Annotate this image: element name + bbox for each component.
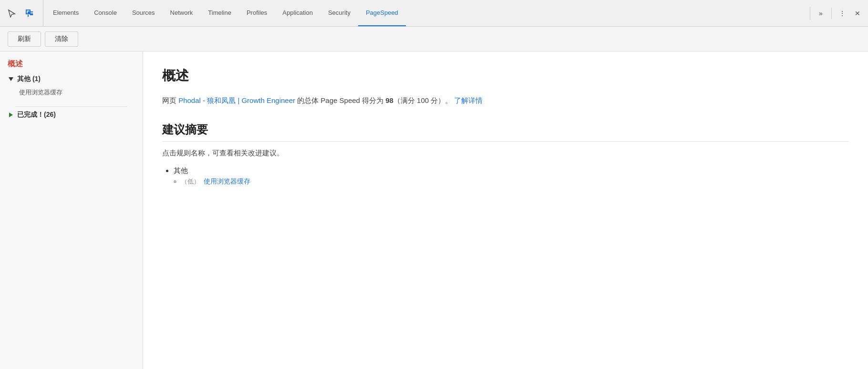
sidebar-other-header[interactable]: 其他 (1) — [8, 75, 135, 83]
collapse-icon — [8, 76, 14, 82]
score-value: 98 — [385, 96, 393, 104]
inspect-icon[interactable] — [22, 6, 37, 21]
sidebar-other-group: 其他 (1) 使用浏览器缓存 — [8, 75, 135, 99]
svg-rect-1 — [28, 11, 30, 13]
sidebar: 概述 其他 (1) 使用浏览器缓存 已完成！(26) — [0, 51, 143, 369]
tab-elements[interactable]: Elements — [45, 0, 86, 26]
tab-profiles[interactable]: Profiles — [239, 0, 275, 26]
tab-application[interactable]: Application — [275, 0, 320, 26]
sidebar-section: 概述 其他 (1) 使用浏览器缓存 已完成！(26) — [0, 59, 143, 134]
refresh-button[interactable]: 刷新 — [8, 31, 41, 47]
cursor-icon[interactable] — [4, 6, 19, 21]
content-panel: 概述 网页 Phodal - 狼和凤凰 | Growth Engineer 的总… — [143, 51, 868, 369]
bullet-item-other: 其他 （低） 使用浏览器缓存 — [174, 166, 849, 186]
close-button[interactable]: ✕ — [851, 7, 864, 20]
more-tabs-button[interactable]: » — [814, 7, 827, 20]
desc-suffix: （满分 100 分）。 — [393, 96, 452, 104]
tab-pagespeed[interactable]: PageSpeed — [358, 0, 406, 26]
toolbar-right-controls: » ⋮ ✕ — [810, 7, 864, 20]
tab-network[interactable]: Network — [163, 0, 201, 26]
sidebar-item-browser-cache[interactable]: 使用浏览器缓存 — [8, 86, 135, 99]
done-collapse-icon — [8, 112, 14, 118]
clear-button[interactable]: 清除 — [45, 31, 78, 47]
main-content: 概述 其他 (1) 使用浏览器缓存 已完成！(26) — [0, 51, 868, 369]
devtools-toolbar: Elements Console Sources Network Timelin… — [0, 0, 868, 27]
sidebar-done-label: 已完成！(26) — [17, 111, 56, 119]
browser-cache-link[interactable]: 使用浏览器缓存 — [204, 177, 250, 185]
sidebar-divider — [15, 106, 127, 107]
overview-heading: 概述 — [162, 67, 849, 85]
tab-security[interactable]: Security — [320, 0, 358, 26]
desc-middle: 的总体 Page Speed 得分为 — [295, 96, 385, 104]
sidebar-done-header[interactable]: 已完成！(26) — [8, 111, 135, 119]
page-link[interactable]: Phodal - 狼和凤凰 | Growth Engineer — [178, 96, 295, 104]
sidebar-overview-link[interactable]: 概述 — [8, 59, 135, 69]
action-bar: 刷新 清除 — [0, 27, 868, 51]
menu-button[interactable]: ⋮ — [836, 7, 849, 20]
learn-more-link[interactable]: 了解详情 — [454, 96, 483, 104]
priority-low-tag: （低） — [181, 178, 200, 185]
sidebar-other-label: 其他 (1) — [17, 75, 41, 83]
suggestions-heading: 建议摘要 — [162, 122, 849, 142]
tab-sources[interactable]: Sources — [124, 0, 163, 26]
desc-prefix: 网页 — [162, 96, 178, 104]
tab-console[interactable]: Console — [86, 0, 124, 26]
sidebar-done-group: 已完成！(26) — [8, 111, 135, 119]
bullet-item-other-label: 其他 — [174, 166, 188, 174]
toolbar-icon-group — [4, 0, 43, 26]
tab-timeline[interactable]: Timeline — [200, 0, 239, 26]
sub-bullet-list: （低） 使用浏览器缓存 — [174, 177, 849, 186]
tab-navigation: Elements Console Sources Network Timelin… — [45, 0, 808, 26]
suggestions-list: 其他 （低） 使用浏览器缓存 — [162, 166, 849, 186]
overview-description: 网页 Phodal - 狼和凤凰 | Growth Engineer 的总体 P… — [162, 94, 849, 107]
suggestions-description: 点击规则名称，可查看相关改进建议。 — [162, 147, 849, 159]
sub-bullet-browser-cache: （低） 使用浏览器缓存 — [181, 177, 849, 186]
